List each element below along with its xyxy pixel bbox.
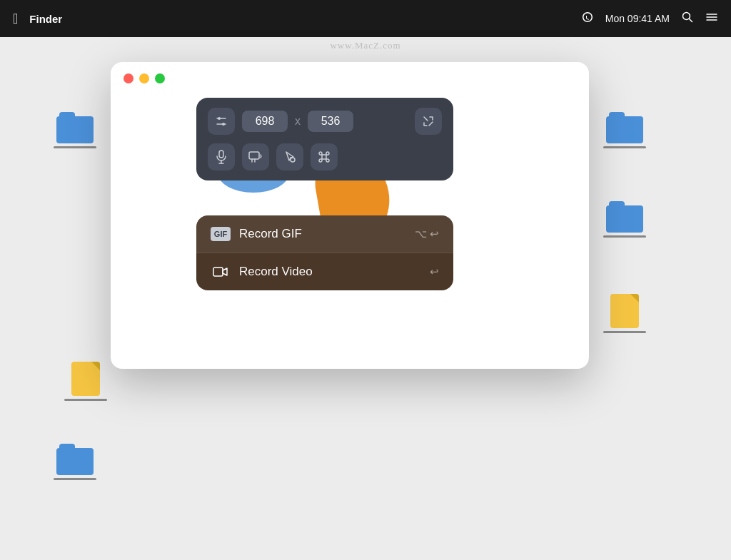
- shortcut-enter-gif: ↩: [430, 228, 439, 240]
- cursor-button[interactable]: [276, 143, 303, 170]
- record-video-shortcut: ↩: [430, 265, 439, 278]
- gif-icon: GIF: [211, 227, 231, 241]
- icon-label: [54, 478, 96, 480]
- close-button[interactable]: [123, 73, 133, 83]
- svg-rect-17: [213, 268, 223, 276]
- width-input[interactable]: 698: [242, 111, 288, 132]
- svg-line-1: [690, 19, 692, 21]
- expand-button[interactable]: [415, 108, 442, 135]
- record-gif-item[interactable]: GIF Record GIF ⌥ ↩: [196, 215, 453, 253]
- dimension-separator: x: [295, 115, 301, 128]
- folder-graphic: [606, 112, 643, 143]
- desktop-icon-folder-4[interactable]: [603, 201, 646, 238]
- icon-label: [54, 146, 96, 148]
- menubar-right: Mon 09:41 AM: [581, 11, 718, 27]
- folder-graphic: [56, 112, 94, 143]
- svg-rect-12: [249, 152, 259, 159]
- record-gif-label: Record GIF: [239, 227, 406, 241]
- record-video-item[interactable]: Record Video ↩: [196, 253, 453, 290]
- doc-graphic: [71, 362, 100, 396]
- app-title: Finder: [29, 13, 62, 25]
- desktop-icon-folder-5[interactable]: [54, 444, 96, 480]
- desktop-icon-folder-3[interactable]: [603, 112, 646, 148]
- icon-label: [603, 235, 646, 238]
- toolbar-row-2: [208, 143, 442, 170]
- icon-label: [603, 146, 646, 148]
- svg-point-8: [222, 123, 225, 126]
- height-input[interactable]: 536: [308, 111, 353, 132]
- menubar:  Finder Mon 09:41 AM: [0, 0, 731, 37]
- record-video-label: Record Video: [239, 265, 421, 279]
- svg-point-15: [291, 158, 295, 162]
- desktop-icon-doc-2[interactable]: [603, 294, 646, 333]
- command-button[interactable]: [311, 143, 338, 170]
- microphone-button[interactable]: [208, 143, 235, 170]
- shortcut-alt: ⌥: [415, 228, 427, 240]
- apple-menu-icon[interactable]: : [13, 11, 18, 27]
- traffic-lights: [111, 62, 589, 95]
- siri-icon[interactable]: [581, 11, 594, 27]
- desktop: www.MacZ.com: [0, 37, 731, 560]
- search-icon[interactable]: [681, 11, 694, 27]
- svg-point-6: [218, 117, 221, 120]
- minimize-button[interactable]: [139, 73, 149, 83]
- desktop-icon-folder-1[interactable]: [54, 112, 96, 148]
- record-gif-shortcut: ⌥ ↩: [415, 228, 439, 240]
- record-menu-panel: GIF Record GIF ⌥ ↩ Record Video ↩: [196, 215, 453, 290]
- folder-graphic: [606, 201, 643, 233]
- icon-label: [603, 331, 646, 333]
- menubar-time: Mon 09:41 AM: [605, 13, 670, 24]
- app-window: 698 x 536: [111, 62, 589, 369]
- icon-label: [64, 399, 107, 401]
- svg-rect-9: [219, 151, 223, 158]
- folder-graphic: [56, 444, 94, 475]
- menu-icon[interactable]: [705, 11, 718, 27]
- maximize-button[interactable]: [155, 73, 165, 83]
- sliders-button[interactable]: [208, 108, 235, 135]
- desktop-icon-doc-3[interactable]: [64, 362, 107, 401]
- screen-audio-button[interactable]: [242, 143, 269, 170]
- shortcut-enter-video: ↩: [430, 265, 439, 278]
- toolbar-row-1: 698 x 536: [208, 108, 442, 135]
- doc-graphic: [610, 294, 639, 328]
- watermark: www.MacZ.com: [330, 40, 400, 51]
- video-icon: [211, 265, 231, 279]
- toolbar-panel: 698 x 536: [196, 98, 453, 180]
